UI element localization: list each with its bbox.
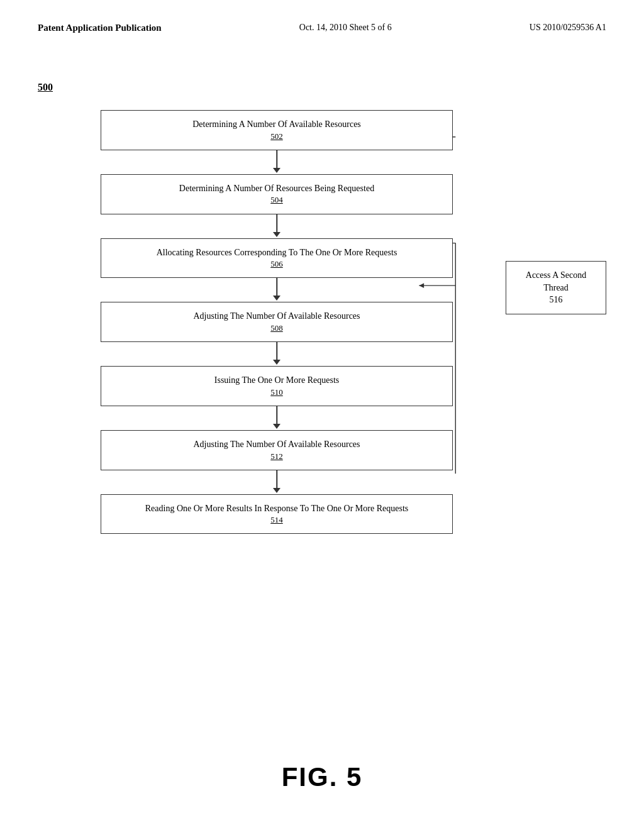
arrow-510-512 — [101, 406, 453, 430]
box-512-num: 512 — [111, 451, 442, 462]
box-516-num: 516 — [516, 294, 596, 306]
box-502: Determining A Number Of Available Resour… — [101, 110, 453, 150]
box-514-text: Reading One Or More Results In Response … — [111, 502, 442, 515]
box-508-text: Adjusting The Number Of Available Resour… — [111, 310, 442, 323]
arrow-508-510 — [101, 342, 453, 366]
box-508-num: 508 — [111, 323, 442, 334]
box-508: Adjusting The Number Of Available Resour… — [101, 302, 453, 342]
header-left: Patent Application Publication — [38, 23, 162, 33]
arrow-504-506 — [101, 214, 453, 238]
header-center: Oct. 14, 2010 Sheet 5 of 6 — [299, 23, 392, 33]
box-506-num: 506 — [111, 258, 442, 270]
box-512-text: Adjusting The Number Of Available Resour… — [111, 438, 442, 451]
box-502-text: Determining A Number Of Available Resour… — [111, 118, 442, 131]
box-504: Determining A Number Of Resources Being … — [101, 174, 453, 214]
header-right: US 2010/0259536 A1 — [530, 23, 606, 33]
box-514: Reading One Or More Results In Response … — [101, 494, 453, 534]
flowchart: Determining A Number Of Available Resour… — [101, 110, 453, 534]
box-510: Issuing The One Or More Requests 510 — [101, 366, 453, 406]
box-510-text: Issuing The One Or More Requests — [111, 374, 442, 387]
box-504-num: 504 — [111, 194, 442, 206]
fig-caption: FIG. 5 — [0, 762, 644, 792]
arrow-512-514 — [101, 470, 453, 494]
box-512: Adjusting The Number Of Available Resour… — [101, 430, 453, 470]
page-header: Patent Application Publication Oct. 14, … — [0, 0, 644, 33]
arrow-506-508 — [101, 278, 453, 302]
box-506: Allocating Resources Corresponding To Th… — [101, 238, 453, 279]
figure-label: 500 — [38, 82, 53, 93]
box-516-text: Access A Second Thread — [516, 269, 596, 294]
box-516: Access A Second Thread 516 — [506, 261, 606, 314]
arrow-502-504 — [101, 150, 453, 174]
box-510-num: 510 — [111, 387, 442, 398]
box-502-num: 502 — [111, 131, 442, 142]
box-504-text: Determining A Number Of Resources Being … — [111, 182, 442, 195]
diagram-area: Determining A Number Of Available Resour… — [38, 97, 606, 704]
box-514-num: 514 — [111, 514, 442, 526]
box-506-text: Allocating Resources Corresponding To Th… — [111, 246, 442, 259]
